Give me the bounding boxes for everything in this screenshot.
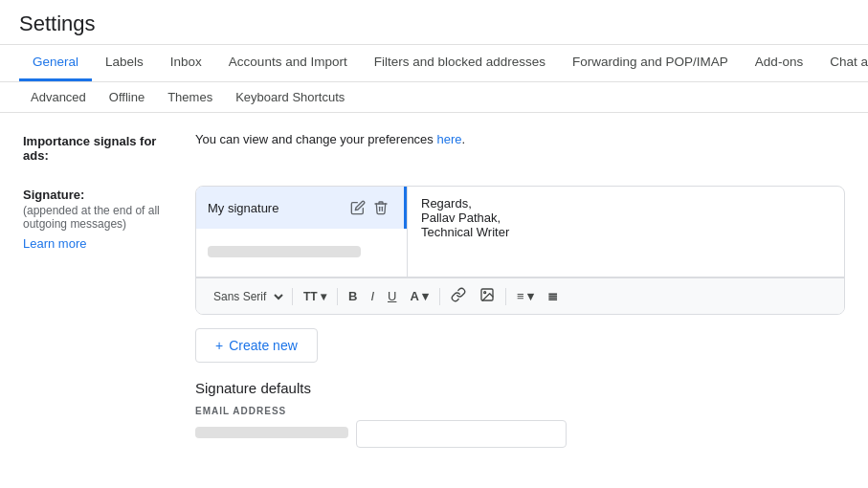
create-new-label: Create new (229, 338, 298, 353)
image-button[interactable] (475, 284, 500, 308)
tab-themes[interactable]: Themes (156, 82, 224, 112)
tab-filters-blocked[interactable]: Filters and blocked addresses (361, 45, 559, 81)
tab-chat-meet[interactable]: Chat and M (816, 45, 868, 81)
link-button[interactable] (446, 284, 471, 308)
signature-name: My signature (208, 201, 346, 215)
tab-general[interactable]: General (19, 45, 92, 81)
tab-labels[interactable]: Labels (92, 45, 157, 81)
toolbar-divider-1 (292, 288, 293, 305)
tab-add-ons[interactable]: Add-ons (742, 45, 816, 81)
tab-offline[interactable]: Offline (98, 82, 156, 112)
importance-signals-link[interactable]: here (436, 132, 461, 146)
list-button[interactable]: ≣ (543, 286, 563, 306)
email-select-wrapper (195, 420, 567, 448)
email-address-select[interactable] (356, 420, 567, 448)
settings-title: Settings (0, 0, 868, 45)
tab-inbox[interactable]: Inbox (157, 45, 215, 81)
signature-toolbar: Sans Serif TT ▾ B I U A ▾ (196, 277, 844, 314)
signature-row: My signature (196, 187, 844, 277)
signature-editor[interactable]: Regards, Pallav Pathak, Technical Writer (408, 187, 844, 277)
signature-list: My signature (196, 187, 408, 277)
toolbar-divider-3 (439, 288, 440, 305)
signature-edit-button[interactable] (346, 196, 369, 219)
plus-icon: + (215, 338, 223, 353)
settings-content: Importance signals for ads: You can view… (0, 113, 868, 488)
toolbar-divider-4 (505, 288, 506, 305)
tab-advanced[interactable]: Advanced (19, 82, 98, 112)
email-address-blurred (195, 427, 348, 438)
underline-button[interactable]: U (383, 286, 401, 306)
signature-list-item[interactable]: My signature (196, 187, 407, 229)
signature-delete-button[interactable] (369, 196, 392, 219)
font-size-button[interactable]: TT ▾ (299, 287, 331, 306)
tab-keyboard-shortcuts[interactable]: Keyboard Shortcuts (224, 82, 356, 112)
tabs-row2: Advanced Offline Themes Keyboard Shortcu… (0, 82, 868, 113)
italic-button[interactable]: I (366, 286, 379, 306)
signature-defaults: Signature defaults EMAIL ADDRESS (195, 380, 845, 448)
tab-forwarding-pop-imap[interactable]: Forwarding and POP/IMAP (559, 45, 742, 81)
signature-defaults-title: Signature defaults (195, 380, 845, 396)
signature-content: My signature (195, 186, 845, 448)
signature-blurred-preview (208, 246, 361, 257)
align-button[interactable]: ≡ ▾ (512, 286, 539, 306)
signature-panel: My signature (195, 186, 845, 315)
font-color-button[interactable]: A ▾ (405, 286, 434, 306)
bold-button[interactable]: B (344, 286, 362, 306)
create-new-button[interactable]: + Create new (195, 328, 318, 363)
signature-label: Signature: (appended at the end of all o… (23, 186, 195, 251)
signature-section: Signature: (appended at the end of all o… (23, 186, 845, 448)
svg-point-1 (484, 292, 486, 294)
toolbar-divider-2 (337, 288, 338, 305)
email-address-label: EMAIL ADDRESS (195, 406, 845, 416)
signature-learn-more-link[interactable]: Learn more (23, 236, 86, 251)
importance-signals-content: You can view and change your preferences… (195, 132, 845, 146)
font-family-select[interactable]: Sans Serif (206, 287, 286, 306)
tabs-row1: General Labels Inbox Accounts and Import… (0, 45, 868, 82)
importance-signals-label: Importance signals for ads: (23, 132, 195, 163)
tab-accounts-import[interactable]: Accounts and Import (215, 45, 361, 81)
importance-signals-section: Importance signals for ads: You can view… (23, 132, 845, 163)
